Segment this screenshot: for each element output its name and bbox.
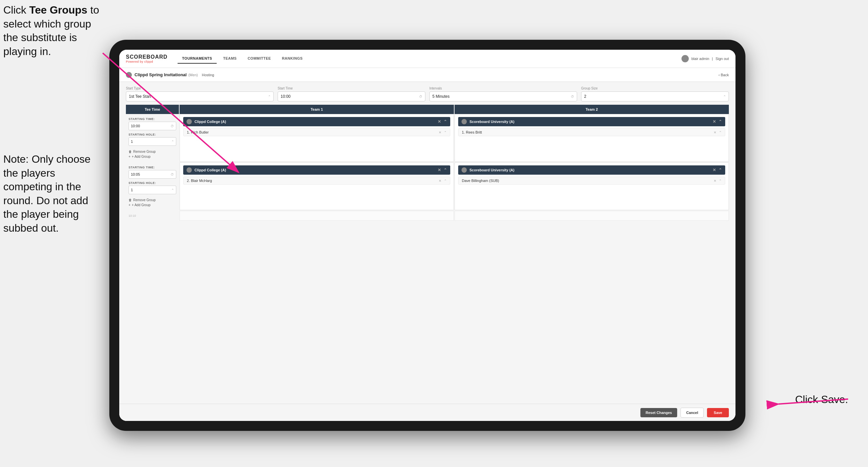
logo-sub: Powered by clippd — [126, 60, 168, 63]
back-button[interactable]: ‹ Back — [719, 73, 729, 77]
close-icon-1[interactable]: ✕ — [438, 119, 441, 124]
close-icon-5[interactable]: ✕ — [438, 168, 441, 172]
group-2-team2-row[interactable]: Scoreboard University (A) ✕ ⌃ — [458, 166, 725, 175]
starting-hole-label-2: STARTING HOLE: — [128, 181, 176, 185]
close-icon-6[interactable]: ✕ — [439, 179, 441, 183]
trash-icon-1: 🗑 — [128, 150, 132, 153]
group-2-team1-row[interactable]: Clippd College (A) ✕ ⌃ — [183, 166, 450, 175]
starting-time-label-2: STARTING TIME: — [128, 166, 176, 169]
group-2-team2-left: Scoreboard University (A) — [462, 167, 515, 173]
group-size-value: 2 — [584, 94, 723, 99]
start-time-value: 10:00 — [281, 94, 419, 99]
event-title: Clippd Spring Invitational — [134, 72, 187, 77]
starting-time-value-1: 10:00 — [131, 124, 140, 128]
group-row-2: STARTING TIME: 10:05 ⏱ STARTING HOLE: 1 … — [126, 163, 729, 210]
team2-icon-1 — [462, 119, 467, 124]
group-1-sidebar: STARTING TIME: 10:00 ⏱ STARTING HOLE: 1 … — [126, 114, 179, 162]
group-1-team2-actions: ✕ ⌃ — [713, 119, 722, 124]
team1-icon-1 — [187, 119, 192, 124]
group-2-team1-player-1[interactable]: 2. Blair McHarg ✕ ⌃ — [183, 177, 450, 185]
note-text: Note: Only choosethe playerscompeting in… — [3, 152, 106, 235]
clock-icon-3: ⏱ — [170, 124, 174, 128]
starting-time-input-2[interactable]: 10:05 ⏱ — [128, 170, 176, 179]
tee-time-header: Tee Time — [126, 105, 179, 114]
group-size-input[interactable]: 2 ⌃ — [581, 91, 729, 101]
nav-committee[interactable]: COMMITTEE — [243, 54, 276, 64]
intervals-group: Intervals 5 Minutes ⏱ — [429, 87, 577, 101]
close-icon-4[interactable]: ✕ — [714, 130, 716, 134]
remove-group-btn-2[interactable]: 🗑 Remove Group — [128, 198, 176, 202]
content-area: Start Type 1st Tee Start ⌃ Start Time 10… — [119, 82, 736, 421]
expand-icon-3[interactable]: ⌃ — [719, 119, 722, 124]
click-save-text: Click Save. — [795, 393, 848, 406]
event-tag: (Men) — [188, 73, 198, 77]
group-1-team2-name: Scoreboard University (A) — [469, 120, 515, 124]
group-1-team1-left: Clippd College (A) — [187, 119, 226, 124]
expand-icon-1[interactable]: ⌃ — [444, 119, 447, 124]
grid-header: Tee Time Team 1 Team 2 — [119, 105, 736, 114]
intervals-label: Intervals — [429, 87, 577, 90]
spinner-icon-2: ⌃ — [171, 140, 174, 144]
group-1-team1-row[interactable]: Clippd College (A) ✕ ⌃ — [183, 117, 450, 126]
add-group-btn-1[interactable]: + + Add Group — [128, 155, 176, 158]
group-1-hole-field: STARTING HOLE: 1 ⌃ — [128, 133, 176, 146]
group-size-group: Group Size 2 ⌃ — [581, 87, 729, 101]
form-row: Start Type 1st Tee Start ⌃ Start Time 10… — [119, 82, 736, 105]
clock-icon-4: ⏱ — [170, 173, 174, 176]
starting-time-input-1[interactable]: 10:00 ⏱ — [128, 122, 176, 130]
top-nav: SCOREBOARD Powered by clippd TOURNAMENTS… — [119, 50, 736, 68]
starting-hole-input-1[interactable]: 1 ⌃ — [128, 137, 176, 146]
group-2-team1-actions: ✕ ⌃ — [438, 168, 447, 172]
team1-icon-2 — [187, 167, 192, 173]
tablet-frame: SCOREBOARD Powered by clippd TOURNAMENTS… — [109, 40, 745, 431]
close-icon-8[interactable]: ✕ — [714, 179, 716, 183]
logo-title: SCOREBOARD — [126, 54, 168, 60]
nav-teams[interactable]: TEAMS — [218, 54, 241, 64]
save-button[interactable]: Save — [707, 408, 729, 417]
group-size-label: Group Size — [581, 87, 729, 90]
start-time-label: Start Time — [278, 87, 425, 90]
group-1-team2-row[interactable]: Scoreboard University (A) ✕ ⌃ — [458, 117, 725, 126]
starting-hole-input-2[interactable]: 1 ⌃ — [128, 185, 176, 194]
close-icon-3[interactable]: ✕ — [713, 119, 716, 124]
nav-signout[interactable]: Sign out — [716, 57, 729, 61]
group-1-team2-player-1[interactable]: 1. Rees Britt ✕ ⌃ — [458, 128, 725, 136]
close-icon-7[interactable]: ✕ — [713, 168, 716, 172]
close-icon-2[interactable]: ✕ — [439, 130, 441, 134]
group-2-team2-actions: ✕ ⌃ — [713, 168, 722, 172]
save-bold: Save. — [821, 393, 848, 405]
bottom-bar: Reset Changes Cancel Save — [119, 404, 736, 421]
start-time-input[interactable]: 10:00 ⏱ — [278, 91, 425, 101]
player-4-name: Dave Billingham (SUB) — [462, 179, 499, 183]
group-2-actions: 🗑 Remove Group + + Add Group — [128, 198, 176, 207]
expand-icon-6[interactable]: ⌃ — [444, 179, 446, 183]
group-2-team2-player-1[interactable]: Dave Billingham (SUB) ✕ ⌃ — [458, 177, 725, 185]
group-2-starting-time-field: STARTING TIME: 10:05 ⏱ — [128, 166, 176, 179]
add-group-btn-2[interactable]: + + Add Group — [128, 203, 176, 207]
expand-icon-8[interactable]: ⌃ — [719, 179, 721, 183]
group-1-starting-time-field: STARTING TIME: 10:00 ⏱ — [128, 117, 176, 130]
expand-icon-4[interactable]: ⌃ — [719, 130, 721, 134]
reset-changes-button[interactable]: Reset Changes — [641, 408, 677, 417]
expand-icon-7[interactable]: ⌃ — [719, 168, 722, 172]
nav-rankings[interactable]: RANKINGS — [277, 54, 307, 64]
group-1-team1-player-1[interactable]: 1. Rich Butler ✕ ⌃ — [183, 128, 450, 136]
nav-tournaments[interactable]: TOURNAMENTS — [178, 54, 217, 64]
team2-icon-2 — [462, 167, 467, 173]
group-3-sidebar: 10:10 — [126, 211, 179, 221]
plus-icon-2: + — [128, 203, 130, 207]
start-type-value: 1st Tee Start — [129, 94, 268, 99]
cancel-button[interactable]: Cancel — [681, 408, 704, 418]
trash-icon-2: 🗑 — [128, 198, 132, 202]
intervals-value: 5 Minutes — [432, 94, 571, 99]
start-type-input[interactable]: 1st Tee Start ⌃ — [126, 91, 274, 101]
remove-group-label-1: Remove Group — [133, 150, 156, 153]
remove-group-btn-1[interactable]: 🗑 Remove Group — [128, 150, 176, 153]
expand-icon-2[interactable]: ⌃ — [444, 130, 446, 134]
group-2-team1-left: Clippd College (A) — [187, 167, 226, 173]
main-grid: STARTING TIME: 10:00 ⏱ STARTING HOLE: 1 … — [119, 114, 736, 404]
expand-icon-5[interactable]: ⌃ — [444, 168, 447, 172]
intervals-input[interactable]: 5 Minutes ⏱ — [429, 91, 577, 101]
starting-time-value-2: 10:05 — [131, 172, 140, 176]
group-1-team2-left: Scoreboard University (A) — [462, 119, 515, 124]
